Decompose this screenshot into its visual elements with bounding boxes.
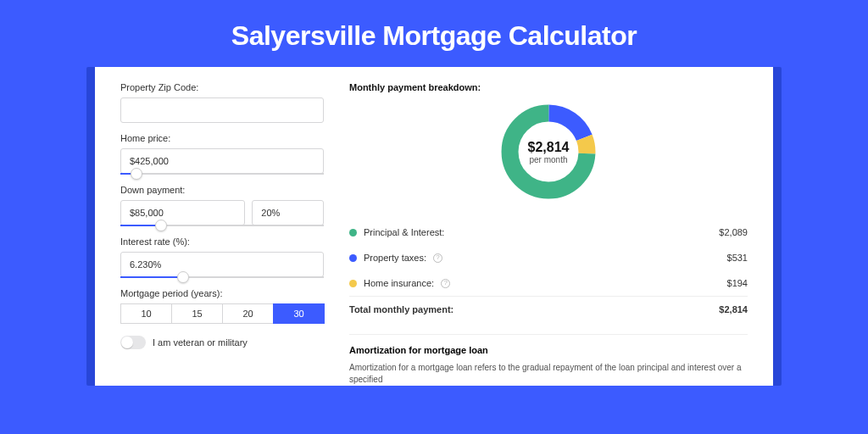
legend-value: $194 [727,278,748,288]
card-outer: Property Zip Code: Home price: Down paym… [86,67,782,386]
amortization-text: Amortization for a mortgage loan refers … [349,362,748,386]
zip-input[interactable] [120,97,324,123]
veteran-row: I am veteran or military [120,336,324,349]
toggle-knob [121,337,133,348]
legend-label: Principal & Interest: [364,227,444,237]
breakdown-column: Monthly payment breakdown: $2,814 per mo… [349,82,748,386]
legend-left: Property taxes:? [349,253,442,263]
legend-row: Principal & Interest:$2,089 [349,220,748,245]
veteran-label: I am veteran or military [153,337,248,348]
legend-row: Property taxes:?$531 [349,245,748,270]
page-title: Salyersville Mortgage Calculator [0,0,868,67]
slider-fill [120,276,183,278]
period-button-15[interactable]: 15 [171,303,223,324]
breakdown-title: Monthly payment breakdown: [349,82,748,92]
interest-rate-field: Interest rate (%): [120,236,324,278]
mortgage-period-label: Mortgage period (years): [120,288,324,298]
legend-row: Home insurance:?$194 [349,270,748,296]
down-payment-slider[interactable] [120,225,324,226]
home-price-label: Home price: [120,133,324,143]
donut-sub: per month [529,155,567,164]
period-button-30[interactable]: 30 [273,303,325,324]
slider-handle[interactable] [155,220,167,231]
legend-label: Home insurance: [364,278,434,288]
legend-total-value: $2,814 [719,304,748,314]
legend-dot [349,280,357,287]
down-payment-label: Down payment: [120,185,324,195]
zip-field: Property Zip Code: [120,82,324,123]
donut-wrap: $2,814 per month [349,101,748,203]
legend-value: $531 [727,253,748,263]
down-payment-pct-input[interactable] [252,200,324,225]
period-buttons: 10152030 [120,303,324,324]
info-icon[interactable]: ? [433,253,442,263]
interest-rate-slider[interactable] [120,276,324,278]
home-price-input[interactable] [120,148,324,174]
inputs-column: Property Zip Code: Home price: Down paym… [120,82,324,386]
legend-dot [349,229,357,236]
home-price-field: Home price: [120,133,324,175]
amortization-section: Amortization for mortgage loan Amortizat… [349,334,748,386]
slider-handle[interactable] [131,168,142,180]
legend-total-label: Total monthly payment: [349,304,453,314]
amortization-title: Amortization for mortgage loan [349,345,748,355]
legend-left: Home insurance:? [349,278,450,288]
legend-left: Principal & Interest: [349,227,444,237]
interest-rate-input[interactable] [120,252,324,277]
period-button-10[interactable]: 10 [120,303,172,324]
legend-dot [349,254,357,262]
slider-handle[interactable] [177,271,189,283]
down-payment-field: Down payment: [120,185,324,226]
home-price-slider[interactable] [120,173,324,175]
period-button-20[interactable]: 20 [222,303,274,324]
mortgage-period-field: Mortgage period (years): 10152030 [120,288,324,324]
interest-rate-label: Interest rate (%): [120,236,324,247]
veteran-toggle[interactable] [120,336,146,349]
donut-amount: $2,814 [528,140,570,155]
zip-label: Property Zip Code: [120,82,324,92]
legend-total-row: Total monthly payment: $2,814 [349,296,748,322]
calculator-card: Property Zip Code: Home price: Down paym… [95,67,773,386]
donut-center: $2,814 per month [498,101,599,203]
legend-label: Property taxes: [364,253,426,263]
legend-value: $2,089 [719,227,748,237]
legend: Principal & Interest:$2,089Property taxe… [349,220,748,296]
info-icon[interactable]: ? [441,279,450,288]
donut-chart: $2,814 per month [498,101,599,203]
down-payment-input[interactable] [120,200,245,225]
